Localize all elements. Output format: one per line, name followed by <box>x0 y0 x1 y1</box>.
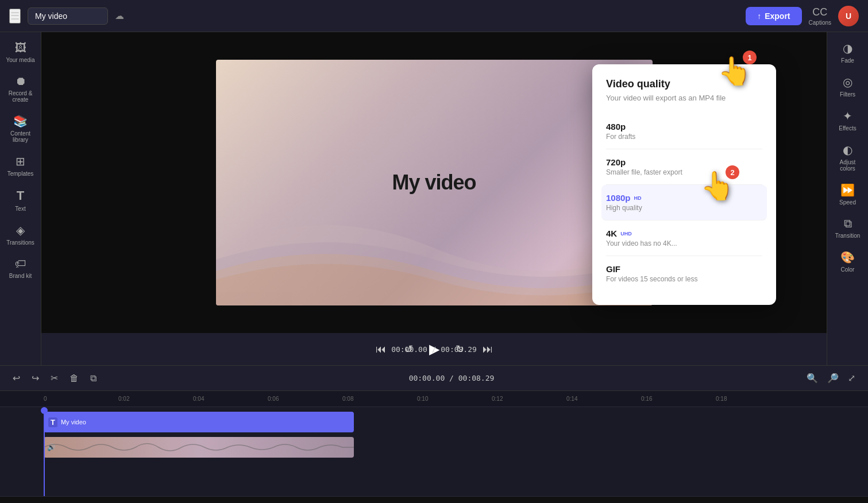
right-sidebar: ◑ Fade ◎ Filters ✦ Effects ◐ Adjust colo… <box>827 32 868 365</box>
main-area: 🖼 Your media ⏺ Record & create 📚 Content… <box>0 32 868 365</box>
sidebar-item-brand-kit[interactable]: 🏷 Brand kit <box>2 253 39 284</box>
export-arrow-icon: ↑ <box>757 11 761 21</box>
duplicate-button[interactable]: ⧉ <box>87 371 100 386</box>
track-content-audio: 🔊 <box>44 437 868 460</box>
video-title-input[interactable] <box>28 7 108 25</box>
audio-clip[interactable]: 🔊 <box>44 437 354 458</box>
delete-button[interactable]: 🗑 <box>66 371 82 386</box>
cut-button[interactable]: ✂ <box>47 370 61 386</box>
sidebar-item-color[interactable]: 🎨 Color <box>830 246 866 277</box>
undo-button[interactable]: ↩ <box>9 370 24 386</box>
topbar: ☰ ☁ ↑ Export CC Captions U <box>0 0 868 32</box>
time-display: 00:00.00 / 00:08.29 <box>391 345 477 354</box>
color-icon: 🎨 <box>840 250 855 264</box>
zoom-out-button[interactable]: 🔍 <box>803 370 821 386</box>
menu-button[interactable]: ☰ <box>9 9 21 24</box>
audio-waveform: 🔊 <box>44 437 354 458</box>
transitions-icon: ◈ <box>16 223 25 237</box>
quality-panel-title: Video quality <box>606 78 762 90</box>
video-preview: My video ⛶ Video quality Your video will… <box>41 32 827 333</box>
sidebar-item-filters[interactable]: ◎ Filters <box>830 71 866 102</box>
speed-icon: ⏩ <box>840 183 855 197</box>
zoom-in-button[interactable]: 🔎 <box>824 370 842 386</box>
video-frame: My video ⛶ <box>216 60 653 305</box>
redo-button[interactable]: ↪ <box>28 370 43 386</box>
quality-option-4k[interactable]: 4K UHD Your video has no 4K... <box>606 220 762 256</box>
ruler-mark-0: 0 <box>44 396 118 402</box>
adjust-colors-icon: ◐ <box>843 143 852 157</box>
filters-icon: ◎ <box>843 75 852 89</box>
quality-option-1080p[interactable]: 1080p HD High quality <box>601 185 767 220</box>
ruler-mark-9: 0:18 <box>716 396 790 402</box>
avatar[interactable]: U <box>838 6 859 26</box>
sidebar-item-templates[interactable]: ⊞ Templates <box>2 150 39 181</box>
library-icon: 📚 <box>13 114 28 128</box>
timeline-tracks: T My video 🔊 <box>0 407 868 496</box>
sidebar-item-fade[interactable]: ◑ Fade <box>830 37 866 68</box>
fit-view-button[interactable]: ⤢ <box>844 370 859 386</box>
center-content: My video ⛶ Video quality Your video will… <box>41 32 827 365</box>
sidebar-item-text[interactable]: T Text <box>2 184 39 216</box>
sidebar-item-adjust-colors[interactable]: ◐ Adjust colors <box>830 138 866 176</box>
ruler-mark-6: 0:12 <box>492 396 566 402</box>
captions-button[interactable]: CC Captions <box>809 6 831 26</box>
quality-option-720p[interactable]: 720p Smaller file, faster export <box>606 149 762 185</box>
templates-icon: ⊞ <box>16 154 25 168</box>
track-content-video: T My video <box>44 412 868 435</box>
sidebar-item-effects[interactable]: ✦ Effects <box>830 105 866 136</box>
audio-track-row: 🔊 <box>0 437 868 460</box>
quality-panel-subtitle: Your video will export as an MP4 file <box>606 94 762 102</box>
ruler-mark-3: 0:06 <box>268 396 342 402</box>
sidebar-item-transitions[interactable]: ◈ Transitions <box>2 219 39 250</box>
record-icon: ⏺ <box>15 75 26 88</box>
sidebar-item-content-library[interactable]: 📚 Content library <box>2 110 39 148</box>
playhead-dot <box>41 407 48 414</box>
zoom-controls: 🔍 🔎 ⤢ <box>803 370 859 386</box>
ruler-mark-4: 0:08 <box>342 396 417 402</box>
sidebar-item-your-media[interactable]: 🖼 Your media <box>2 37 39 68</box>
quality-option-480p[interactable]: 480p For drafts <box>606 114 762 149</box>
media-icon: 🖼 <box>15 41 26 55</box>
bottom-panel: ↩ ↪ ✂ 🗑 ⧉ 00:00.00 / 00:08.29 🔍 🔎 ⤢ 0 0:… <box>0 365 868 503</box>
ruler-mark-5: 0:10 <box>417 396 492 402</box>
cloud-sync-icon: ☁ <box>115 10 124 21</box>
ruler-mark-8: 0:16 <box>641 396 716 402</box>
sidebar-item-speed[interactable]: ⏩ Speed <box>830 179 866 210</box>
skip-back-button[interactable]: ⏮ <box>373 341 388 358</box>
video-track-row: T My video <box>0 412 868 435</box>
text-icon: T <box>17 188 24 203</box>
ruler-mark-2: 0:04 <box>193 396 268 402</box>
export-button[interactable]: ↑ Export <box>746 7 801 25</box>
sidebar-item-transition[interactable]: ⧉ Transition <box>830 212 866 243</box>
timeline-scrollbar[interactable] <box>0 496 868 503</box>
ruler-mark-7: 0:14 <box>566 396 641 402</box>
playhead-line <box>44 407 45 496</box>
ruler-mark-1: 0:02 <box>118 396 193 402</box>
sidebar-item-record-create[interactable]: ⏺ Record & create <box>2 70 39 107</box>
effects-icon: ✦ <box>843 109 852 123</box>
quality-panel: Video quality Your video will export as … <box>592 64 776 305</box>
ruler-marks: 0 0:02 0:04 0:06 0:08 0:10 0:12 0:14 0:1… <box>44 396 868 402</box>
clip-type-icon: T <box>48 417 57 427</box>
timeline-ruler: 0 0:02 0:04 0:06 0:08 0:10 0:12 0:14 0:1… <box>0 391 868 407</box>
captions-icon: CC <box>812 6 827 18</box>
timeline-time: 00:00.00 / 00:08.29 <box>409 374 495 382</box>
left-sidebar: 🖼 Your media ⏺ Record & create 📚 Content… <box>0 32 41 365</box>
quality-option-gif[interactable]: GIF For videos 15 seconds or less <box>606 256 762 291</box>
video-clip[interactable]: T My video <box>44 412 354 432</box>
brand-icon: 🏷 <box>15 257 26 270</box>
topbar-right: ↑ Export CC Captions U <box>746 6 859 26</box>
fade-icon: ◑ <box>843 41 852 55</box>
playback-controls: ⏮ ↺ ▶ ↻ ⏭ 00:00.00 / 00:08.29 <box>41 333 827 365</box>
transition-icon: ⧉ <box>844 217 852 230</box>
timeline-toolbar: ↩ ↪ ✂ 🗑 ⧉ 00:00.00 / 00:08.29 🔍 🔎 ⤢ <box>0 366 868 391</box>
cursor-badge-1: 1 <box>743 51 757 64</box>
skip-forward-button[interactable]: ⏭ <box>480 341 495 358</box>
